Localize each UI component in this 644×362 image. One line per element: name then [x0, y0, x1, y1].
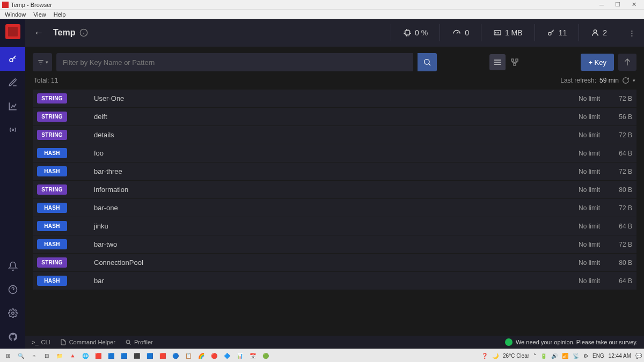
chevron-down-icon: ▾ — [633, 78, 635, 83]
key-row[interactable]: HASHjinkuNo limit64 B — [33, 217, 636, 235]
key-row[interactable]: STRINGdelftNo limit56 B — [33, 108, 636, 125]
sidebar-item-notifications[interactable] — [0, 254, 25, 278]
svg-point-3 — [11, 312, 14, 315]
sidebar-item-help[interactable] — [0, 278, 25, 301]
key-name: User-One — [94, 94, 562, 102]
key-row[interactable]: HASHbarNo limit64 B — [33, 272, 636, 290]
menu-view[interactable]: View — [30, 11, 50, 18]
taskbar-app[interactable]: 🔵 — [170, 350, 181, 361]
refresh-control[interactable]: Last refresh: 59 min ▾ — [560, 77, 635, 84]
taskbar-app[interactable]: 🔷 — [221, 350, 233, 361]
sidebar-item-workbench[interactable] — [0, 71, 25, 94]
key-row[interactable]: HASHfooNo limit64 B — [33, 144, 636, 162]
key-row[interactable]: STRINGinformationNo limit80 B — [33, 181, 636, 198]
taskbar-app[interactable]: 🟢 — [260, 350, 272, 361]
edit-icon — [8, 78, 18, 87]
taskbar-app[interactable]: ⬛ — [131, 350, 143, 361]
redis-logo-icon[interactable] — [5, 24, 20, 39]
info-icon[interactable] — [79, 28, 88, 37]
type-badge: STRING — [37, 184, 67, 195]
battery-icon[interactable]: 🔋 — [540, 353, 547, 359]
taskbar-app[interactable]: 🟦 — [118, 350, 130, 361]
key-size: 72 B — [600, 168, 632, 175]
bottom-bar: >_ CLI Command Helper Profiler We need y… — [25, 336, 644, 349]
more-button[interactable]: ⋮ — [619, 29, 635, 37]
survey-link[interactable]: We need your opinion. Please take our su… — [505, 338, 638, 346]
svg-point-9 — [425, 60, 429, 64]
tray-icon[interactable]: ⚙ — [583, 353, 588, 359]
key-size: 72 B — [600, 204, 632, 212]
key-row[interactable]: HASHbar-oneNo limit72 B — [33, 199, 636, 217]
taskbar-app[interactable]: 🟦 — [105, 350, 117, 361]
stat-commands: 0 — [440, 24, 481, 41]
speed-icon — [452, 28, 462, 38]
profiler-button[interactable]: Profiler — [125, 339, 153, 345]
bulk-actions-button[interactable] — [618, 54, 636, 71]
stat-cpu: 0 % — [391, 24, 440, 41]
taskbar-app[interactable]: 📊 — [234, 350, 246, 361]
search-input[interactable] — [56, 53, 413, 71]
key-size: 64 B — [600, 277, 632, 285]
user-icon — [591, 28, 599, 37]
key-row[interactable]: HASHbar-threeNo limit72 B — [33, 162, 636, 180]
taskbar-app[interactable]: 🟥 — [92, 350, 104, 361]
type-badge: STRING — [37, 130, 67, 140]
filter-button[interactable]: ▾ — [33, 53, 52, 71]
back-button[interactable]: ← — [34, 27, 43, 39]
menu-window[interactable]: Window — [1, 11, 30, 18]
svg-point-7 — [548, 32, 551, 35]
view-list-button[interactable] — [489, 54, 506, 70]
weather-text[interactable]: 26°C Clear — [503, 353, 529, 359]
taskbar-app[interactable]: 🔴 — [208, 350, 220, 361]
taskbar-cortana[interactable]: ○ — [28, 350, 40, 361]
taskbar-app[interactable]: 🌐 — [79, 350, 91, 361]
database-name: Temp — [53, 28, 75, 38]
key-row[interactable]: STRINGUser-OneNo limit72 B — [33, 90, 636, 107]
cli-button[interactable]: >_ CLI — [32, 339, 50, 345]
totals-row: Total: 11 Last refresh: 59 min ▾ — [25, 71, 644, 90]
survey-icon — [505, 338, 513, 346]
add-key-button[interactable]: + Key — [581, 54, 614, 71]
type-badge: HASH — [37, 239, 67, 249]
key-size: 72 B — [600, 241, 632, 248]
network-icon[interactable]: 📶 — [562, 353, 568, 359]
sidebar-item-pubsub[interactable] — [0, 118, 25, 142]
svg-rect-11 — [516, 59, 518, 61]
tray-help-icon[interactable]: ❓ — [481, 353, 488, 359]
key-row[interactable]: HASHbar-twoNo limit72 B — [33, 235, 636, 253]
taskbar-app[interactable]: 🔺 — [67, 350, 78, 361]
minimize-button[interactable]: ─ — [594, 2, 610, 8]
view-tree-button[interactable] — [507, 54, 523, 70]
taskbar-app[interactable]: 🟦 — [144, 350, 156, 361]
notifications-icon[interactable]: 💬 — [635, 353, 642, 359]
tray-chevron[interactable]: ˄ — [533, 353, 536, 359]
volume-icon[interactable]: 🔊 — [551, 353, 558, 359]
taskbar-search[interactable]: 🔍 — [15, 350, 27, 361]
sidebar-item-github[interactable] — [0, 325, 25, 349]
key-ttl: No limit — [562, 186, 600, 194]
taskbar-app[interactable]: 📅 — [247, 350, 259, 361]
key-row[interactable]: STRINGConnectionPoolNo limit80 B — [33, 254, 636, 271]
menu-help[interactable]: Help — [50, 11, 70, 18]
sidebar-item-settings[interactable] — [0, 301, 25, 325]
taskbar-app[interactable]: 🟥 — [157, 350, 169, 361]
sidebar-item-browser[interactable] — [0, 47, 25, 71]
menubar: Window View Help — [0, 10, 644, 19]
search-button[interactable] — [418, 53, 437, 71]
taskbar-app[interactable]: 📋 — [182, 350, 194, 361]
command-helper-button[interactable]: Command Helper — [60, 339, 115, 345]
memory-icon — [493, 28, 502, 37]
taskbar-app[interactable]: 🌈 — [195, 350, 207, 361]
app-icon — [2, 2, 9, 8]
taskbar-taskview[interactable]: ⊟ — [41, 350, 53, 361]
close-button[interactable]: ✕ — [626, 1, 642, 8]
taskbar-app[interactable]: 📁 — [54, 350, 65, 361]
key-row[interactable]: STRINGdetailsNo limit72 B — [33, 126, 636, 144]
key-name: jinku — [94, 222, 562, 230]
sidebar-item-analysis[interactable] — [0, 94, 25, 118]
wifi-icon[interactable]: 📡 — [573, 353, 579, 359]
clock[interactable]: 12:44 AM — [609, 353, 631, 359]
start-button[interactable]: ⊞ — [2, 350, 14, 361]
maximize-button[interactable]: ☐ — [610, 1, 626, 8]
language-indicator[interactable]: ENG — [592, 353, 604, 359]
